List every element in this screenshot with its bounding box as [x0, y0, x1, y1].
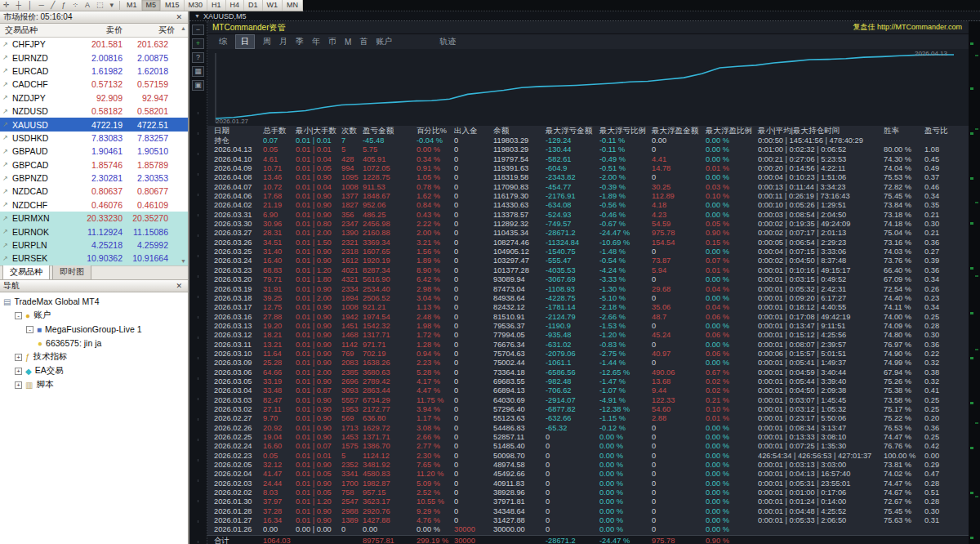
table-row[interactable]: 2026.02.0324.440.01 | 0.9017001982.875.0… — [207, 479, 969, 488]
table-row[interactable]: 2026.03.2079.710.01 | 1.8043215616.906.4… — [207, 275, 969, 284]
stats-column-header[interactable]: 最大浮盈金额 — [652, 126, 706, 136]
symbol-row-CHFJPY[interactable]: ↗CHFJPY201.581201.632 — [0, 38, 188, 51]
scroll-down-icon[interactable]: ▼ — [180, 258, 186, 264]
panel-tab-轨迹[interactable]: 轨迹 — [439, 36, 456, 47]
symbol-row-NZDUSD[interactable]: ↗NZDUSD0.581820.58201 — [0, 105, 188, 118]
column-header-buy[interactable]: 买价 — [122, 25, 175, 36]
symbol-row-XAUUSD[interactable]: ↗XAUUSD4722.194722.51 — [0, 118, 188, 131]
crosshair-icon[interactable]: ┼ — [13, 0, 24, 11]
tab-即时图[interactable]: 即时图 — [52, 265, 91, 279]
stats-column-header[interactable]: 余额 — [493, 126, 546, 136]
panel-tab-首[interactable]: 首 — [359, 36, 368, 47]
nav-item[interactable]: +▥脚本 — [0, 378, 188, 392]
stats-column-header[interactable]: 盈亏比 — [924, 126, 969, 136]
panel-tab-年[interactable]: 年 — [312, 36, 320, 47]
symbol-row-NZDCAD[interactable]: ↗NZDCAD0.806370.80677 — [0, 185, 188, 198]
symbol-row-EURPLN[interactable]: ↗EURPLN4.252184.25992 — [0, 239, 188, 252]
timeframe-W1[interactable]: W1 — [263, 0, 283, 11]
table-row[interactable]: 2026.01.2716.340.01 | 0.9013891427.884.7… — [207, 516, 969, 525]
panel-tab-周[interactable]: 周 — [263, 36, 271, 47]
symbol-row-GBPCAD[interactable]: ↗GBPCAD1.857461.85789 — [0, 158, 188, 172]
timeframe-M5[interactable]: M5 — [142, 0, 162, 11]
table-row[interactable]: 2026.03.0433.480.01 | 0.8730932863.444.4… — [207, 386, 969, 395]
panel-tab-币[interactable]: 币 — [328, 36, 336, 47]
close-icon[interactable]: ✕ — [173, 13, 185, 21]
panel-tab-季[interactable]: 季 — [296, 36, 304, 47]
pan-tool-icon[interactable]: + — [192, 38, 204, 49]
nav-item[interactable]: +ƒ技术指标 — [0, 350, 188, 364]
stats-column-header[interactable]: 最大浮盈比例 — [706, 126, 758, 136]
panel-tab-M[interactable]: M — [345, 38, 351, 47]
table-row[interactable]: 2026.03.0382.470.01 | 0.9055576734.2911.… — [207, 396, 969, 405]
panel-tab-月[interactable]: 月 — [279, 36, 287, 47]
horizontal-line-icon[interactable]: ─ — [36, 0, 47, 11]
stats-column-header[interactable]: 总手数 — [263, 126, 296, 136]
symbol-row-EURNOK[interactable]: ↗EURNOK11.1292411.15086 — [0, 225, 188, 238]
shapes-icon[interactable]: ▾ — [106, 0, 117, 11]
table-row[interactable]: 2026.03.1113.210.01 | 0.901142971.711.28… — [207, 341, 969, 350]
tab-交易品种[interactable]: 交易品种 — [2, 265, 50, 279]
grid-icon[interactable]: ⁘ — [69, 0, 82, 11]
panel-tab-账户[interactable]: 账户 — [376, 36, 392, 47]
symbol-row-EURNZD[interactable]: ↗EURNZD2.008162.00875 — [0, 51, 188, 64]
label-icon[interactable]: ⬚ — [93, 0, 107, 11]
stats-column-header[interactable]: 百分比% — [416, 126, 454, 136]
table-row[interactable]: 2026.03.2728.310.01 | 2.0013902160.882.0… — [207, 229, 969, 238]
expand-icon[interactable]: + — [15, 368, 22, 375]
fibonacci-icon[interactable]: ƒ — [58, 0, 69, 11]
table-row[interactable]: 2026.02.279.700.01 | 0.90569636.801.17 %… — [207, 414, 969, 423]
table-row[interactable]: 2026.02.2620.920.01 | 0.9017131629.723.0… — [207, 424, 969, 433]
symbol-row-EURCAD[interactable]: ↗EURCAD1.619821.62018 — [0, 65, 188, 78]
table-row[interactable]: 2026.03.1218.210.01 | 0.9014681317.711.7… — [207, 331, 969, 340]
table-row[interactable]: 2026.03.2368.830.01 | 1.2040218287.348.9… — [207, 266, 969, 275]
table-row[interactable]: 2026.03.1839.250.01 | 2.0018942506.523.0… — [207, 294, 969, 303]
stats-column-header[interactable]: 日期 — [214, 126, 263, 136]
close-icon[interactable]: ✕ — [173, 282, 185, 290]
table-row[interactable]: 2026.02.230.050.01 | 0.0151124.122.30 %0… — [207, 452, 969, 461]
stats-column-header[interactable]: 最大浮亏金额 — [546, 126, 599, 136]
timeframe-M15[interactable]: M15 — [161, 0, 185, 11]
table-row[interactable]: 2026.03.0533.190.01 | 0.9026962789.424.1… — [207, 377, 969, 386]
timeframe-D1[interactable]: D1 — [244, 0, 263, 11]
panel-tab-日[interactable]: 日 — [235, 34, 255, 49]
nav-item[interactable]: ●6636575: jin ja — [0, 337, 188, 350]
collapse-icon[interactable]: - — [26, 326, 33, 333]
table-row[interactable]: 2026.03.3030.960.01 | 0.8023472456.982.2… — [207, 220, 969, 229]
table-row[interactable]: 2026.03.0925.280.01 | 0.9020831638.262.2… — [207, 359, 969, 368]
scroll-up-icon[interactable]: ▲ — [180, 25, 186, 31]
symbol-row-NZDJPY[interactable]: ↗NZDJPY92.90992.947 — [0, 91, 188, 105]
table-row[interactable]: 2026.04.130.050.01 | 0.0155.750.00 %0119… — [207, 145, 969, 154]
table-row[interactable]: 2026.03.2531.400.01 | 0.9023181607.651.5… — [207, 247, 969, 256]
stats-column-header[interactable]: 次数 — [341, 126, 363, 136]
text-icon[interactable]: A — [82, 0, 93, 11]
table-row[interactable]: 2026.04.0710.720.01 | 0.041008911.530.78… — [207, 183, 969, 192]
pointer-icon[interactable]: ✛ — [0, 0, 13, 11]
table-row[interactable]: 2026.03.1627.880.01 | 0.9019421974.542.4… — [207, 313, 969, 322]
timeframe-MN[interactable]: MN — [283, 0, 303, 11]
table-row[interactable]: 2026.03.316.900.01 | 0.90356486.250.43 %… — [207, 211, 969, 220]
expand-icon[interactable]: + — [15, 354, 22, 361]
symbol-row-GBPNZD[interactable]: ↗GBPNZD2.302812.30353 — [0, 172, 188, 185]
stats-column-header[interactable]: 盈亏金额 — [363, 126, 416, 136]
timeframe-H1[interactable]: H1 — [207, 0, 226, 11]
nav-item[interactable]: +◆EA交易 — [0, 364, 188, 378]
symbol-row-CADCHF[interactable]: ↗CADCHF0.571320.57159 — [0, 78, 188, 91]
trendline-icon[interactable]: ╱ — [47, 0, 58, 11]
table-row[interactable]: 2026.04.0617.680.01 | 0.9013771848.671.6… — [207, 192, 969, 201]
nav-item[interactable]: -●账户 — [0, 309, 188, 323]
table-row[interactable]: 2026.03.1319.200.01 | 0.9014511542.321.9… — [207, 322, 969, 331]
grid-toggle-icon[interactable]: ▦ — [192, 66, 204, 77]
table-row[interactable]: 2026.02.028.030.01 | 0.05758957.152.52 %… — [207, 488, 969, 497]
stats-column-header[interactable]: 最小|大手数 — [296, 126, 341, 136]
table-row[interactable]: 2026.02.0441.470.01 | 0.0533414580.8311.… — [207, 470, 969, 479]
table-row[interactable]: 2026.03.1931.910.01 | 0.9023342534.402.9… — [207, 285, 969, 294]
table-row[interactable]: 2026.02.2519.040.01 | 0.9014531371.712.6… — [207, 433, 969, 442]
stats-column-header[interactable]: 最小|平均|最大持仓时间 — [758, 126, 884, 136]
symbol-row-USDHKD[interactable]: ↗USDHKD7.830837.83257 — [0, 132, 188, 145]
brand-link[interactable]: 复盘佳 http://MTCommander.com — [853, 22, 969, 33]
table-row[interactable]: 2026.04.0910.710.01 | 0.059941072.050.91… — [207, 164, 969, 173]
table-row[interactable]: 2026.01.260.000.00 | 0.0000.000.00 %3000… — [207, 525, 969, 534]
table-row[interactable]: 2026.01.3037.970.01 | 1.2025473623.1710.… — [207, 497, 969, 506]
timeframe-H4[interactable]: H4 — [226, 0, 245, 11]
panel-toggle-icon[interactable]: ▣ — [192, 80, 204, 91]
